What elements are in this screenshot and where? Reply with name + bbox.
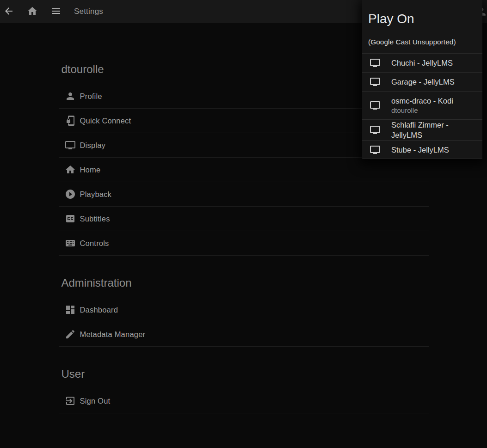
cast-unsupported-note: (Google Cast Unsupported) xyxy=(368,37,476,46)
settings-item-label: Metadata Manager xyxy=(80,330,146,339)
settings-section: Administration Dashboard Metadata Manage… xyxy=(59,275,429,347)
keyboard-icon xyxy=(65,238,76,249)
device-name: Chuchi - JellyLMS xyxy=(391,58,453,68)
device-user: dtourolle xyxy=(391,106,453,115)
home-button[interactable] xyxy=(26,6,38,18)
page-title: Settings xyxy=(74,7,103,16)
settings-item-sign-out[interactable]: Sign Out xyxy=(59,389,429,413)
tv-icon xyxy=(370,124,381,135)
tv-icon xyxy=(370,57,381,68)
dashboard-icon xyxy=(65,304,76,315)
device-name: Stube - JellyLMS xyxy=(391,145,449,155)
home-icon xyxy=(27,6,38,18)
tv-icon xyxy=(370,100,381,111)
settings-item-label: Dashboard xyxy=(80,306,118,314)
tv-icon xyxy=(370,76,381,87)
settings-item-playback[interactable]: Playback xyxy=(59,182,429,207)
settings-item-controls[interactable]: Controls xyxy=(59,231,429,256)
play-circle-icon xyxy=(65,189,76,200)
home-icon xyxy=(65,164,76,175)
settings-section: User Sign Out xyxy=(59,366,429,413)
arrow-back-icon xyxy=(3,6,14,18)
settings-item-label: Sign Out xyxy=(80,397,111,405)
settings-item-home[interactable]: Home xyxy=(59,158,429,182)
phonelink-lock-icon xyxy=(65,115,76,126)
settings-item-label: Playback xyxy=(80,190,112,199)
section-heading: User xyxy=(62,366,429,381)
play-on-device-list: Chuchi - JellyLMS Garage - JellyLMS osmc… xyxy=(362,53,482,159)
settings-item-label: Profile xyxy=(80,92,102,101)
device-name: Schlafli Zimmer - JellyLMS xyxy=(391,120,478,140)
tv-icon xyxy=(370,144,381,155)
person-icon xyxy=(65,91,76,102)
section-item-list: Sign Out xyxy=(59,389,429,413)
play-on-device-chuchi-jellylms[interactable]: Chuchi - JellyLMS xyxy=(362,53,482,72)
section-item-list: Dashboard Metadata Manager xyxy=(59,298,429,347)
tv-icon xyxy=(65,140,76,151)
play-on-device-schlafli-zimmer-jellylms[interactable]: Schlafli Zimmer - JellyLMS xyxy=(362,119,482,140)
settings-item-label: Subtitles xyxy=(80,215,110,223)
settings-item-label: Display xyxy=(80,141,106,150)
play-on-device-stube-jellylms[interactable]: Stube - JellyLMS xyxy=(362,140,482,159)
settings-item-dashboard[interactable]: Dashboard xyxy=(59,298,429,322)
settings-item-metadata-manager[interactable]: Metadata Manager xyxy=(59,322,429,347)
settings-item-label: Quick Connect xyxy=(80,117,131,125)
device-name: Garage - JellyLMS xyxy=(391,77,455,87)
menu-button[interactable] xyxy=(50,6,62,18)
play-on-popup: Play On (Google Cast Unsupported) Chuchi… xyxy=(362,0,482,159)
settings-item-subtitles[interactable]: Subtitles xyxy=(59,207,429,231)
settings-item-label: Controls xyxy=(80,239,109,248)
edit-icon xyxy=(65,329,76,340)
device-name: osmc-draco - Kodi xyxy=(391,96,453,106)
closed-caption-icon xyxy=(65,213,76,224)
hamburger-menu-icon xyxy=(50,6,62,18)
section-heading: Administration xyxy=(62,275,429,290)
play-on-device-garage-jellylms[interactable]: Garage - JellyLMS xyxy=(362,72,482,91)
back-button[interactable] xyxy=(3,6,15,18)
play-on-title: Play On xyxy=(368,11,476,27)
play-on-device-osmc-draco-kodi[interactable]: osmc-draco - Kodi dtourolle xyxy=(362,91,482,119)
settings-item-label: Home xyxy=(80,166,101,174)
exit-icon xyxy=(65,395,76,406)
